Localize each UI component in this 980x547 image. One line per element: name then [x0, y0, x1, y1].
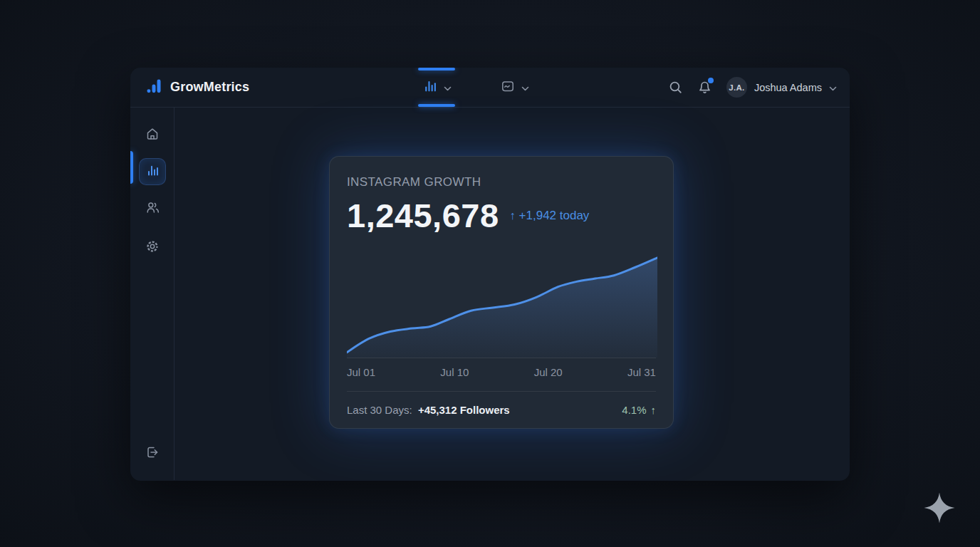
follower-count: 1,245,678 — [347, 199, 499, 234]
logout-icon — [145, 445, 160, 462]
percent-value: 4.1% — [622, 404, 646, 416]
growth-chart — [347, 254, 657, 358]
daily-delta-text: +1,942 today — [519, 209, 590, 223]
chevron-down-icon — [444, 81, 452, 94]
notification-dot — [708, 78, 714, 83]
chevron-down-icon — [829, 81, 837, 94]
app-body: INSTAGRAM GROWTH 1,245,678 ↑ +1,942 toda… — [130, 108, 850, 480]
avatar: J.A. — [726, 77, 747, 98]
line-chart-box-icon — [501, 79, 515, 96]
user-name: Joshua Adams — [754, 82, 822, 93]
brand: GrowMetrics — [145, 77, 249, 98]
period-value: +45,312 Followers — [418, 404, 510, 416]
user-menu[interactable]: J.A. Joshua Adams — [726, 77, 837, 98]
brand-name: GrowMetrics — [170, 80, 249, 95]
x-tick: Jul 10 — [440, 366, 469, 378]
card-footer: Last 30 Days: +45,312 Followers 4.1% ↑ — [347, 392, 656, 416]
chart-area — [347, 254, 656, 358]
users-icon — [145, 200, 160, 217]
chevron-down-icon — [521, 81, 529, 94]
home-icon — [145, 127, 160, 144]
up-arrow-icon: ↑ — [651, 404, 657, 416]
bar-chart-icon — [422, 78, 437, 96]
x-tick: Jul 31 — [627, 366, 656, 378]
gear-icon — [145, 239, 160, 256]
tab-line-analytics[interactable] — [495, 68, 535, 107]
period-summary: Last 30 Days: +45,312 Followers — [347, 404, 510, 416]
daily-delta: ↑ +1,942 today — [510, 209, 590, 223]
instagram-growth-card: INSTAGRAM GROWTH 1,245,678 ↑ +1,942 toda… — [329, 156, 674, 429]
sidebar-item-logout[interactable] — [145, 445, 160, 462]
growth-bars-icon — [145, 77, 163, 98]
card-title: INSTAGRAM GROWTH — [347, 175, 656, 189]
sparkle-icon — [923, 491, 956, 527]
bell-icon[interactable] — [697, 80, 712, 95]
bar-chart-icon — [145, 163, 160, 180]
active-item-indicator — [130, 151, 133, 184]
sidebar-item-home[interactable] — [145, 127, 160, 144]
period-label: Last 30 Days: — [347, 404, 412, 416]
sidebar — [130, 108, 174, 480]
main-content: INSTAGRAM GROWTH 1,245,678 ↑ +1,942 toda… — [174, 108, 850, 480]
x-axis-labels: Jul 01 Jul 10 Jul 20 Jul 31 — [347, 358, 656, 378]
sidebar-item-settings[interactable] — [145, 239, 160, 256]
tab-bar-analytics[interactable] — [418, 68, 455, 107]
up-arrow-icon: ↑ — [510, 209, 516, 222]
x-tick: Jul 20 — [534, 366, 563, 378]
search-icon[interactable] — [668, 80, 683, 95]
chart-area-fill — [347, 258, 657, 358]
x-tick: Jul 01 — [347, 366, 375, 378]
sidebar-item-analytics[interactable] — [139, 158, 166, 185]
header-actions: J.A. Joshua Adams — [668, 77, 837, 98]
sidebar-item-audience[interactable] — [145, 200, 160, 217]
percent-change: 4.1% ↑ — [622, 404, 656, 416]
app-window: GrowMetrics — [130, 68, 850, 481]
metric-row: 1,245,678 ↑ +1,942 today — [347, 199, 656, 234]
header: GrowMetrics — [130, 68, 850, 108]
